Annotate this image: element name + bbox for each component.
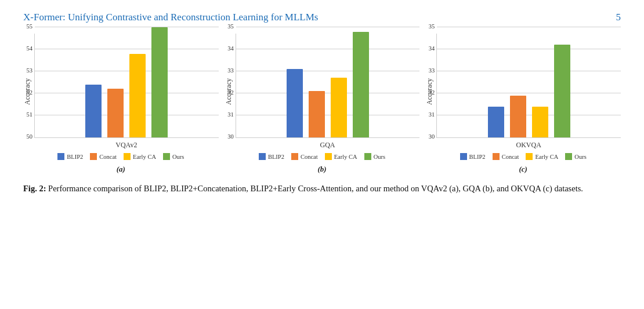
legend-color-box (526, 153, 533, 160)
x-axis-label: VQAv2 (34, 141, 219, 150)
bar-early-ca (532, 107, 548, 137)
legend-label: Ours (172, 154, 184, 160)
y-tick-label: 30 (429, 133, 435, 140)
paper-title: X-Former: Unifying Contrastive and Recon… (23, 12, 318, 23)
chart-sublabel-b: (b) (317, 165, 326, 174)
charts-row: Accuracy505152535455VQAv2BLIP2ConcatEarl… (23, 34, 621, 174)
bar-concat (309, 91, 325, 137)
grid-line: 35 (236, 27, 420, 27)
chart-legend: BLIP2ConcatEarly CAOurs (57, 153, 184, 160)
legend-color-box (493, 153, 500, 160)
legend-label: Ours (574, 154, 586, 160)
caption-bold: Fig. 2: (23, 184, 46, 193)
bars-wrapper (437, 34, 621, 137)
y-tick-label: 34 (227, 45, 234, 52)
bar-blip2 (488, 107, 504, 137)
legend-item-early ca: Early CA (526, 153, 558, 160)
legend-item-concat: Concat (90, 153, 117, 160)
page-header: X-Former: Unifying Contrastive and Recon… (23, 12, 621, 23)
legend-label: BLIP2 (67, 154, 83, 160)
bar-blip2 (287, 69, 303, 137)
y-tick-label: 52 (27, 89, 33, 96)
legend-color-box (325, 153, 332, 160)
y-tick-label: 34 (429, 45, 435, 52)
legend-label: Concat (99, 154, 117, 160)
bar-ours (151, 27, 168, 137)
chart-sublabel-c: (c) (519, 165, 527, 174)
legend-item-early ca: Early CA (325, 153, 357, 160)
legend-item-ours: Ours (163, 153, 184, 160)
bar-concat (510, 96, 526, 137)
bar-ours (554, 45, 570, 137)
y-tick-label: 35 (429, 23, 435, 30)
bar-early-ca (129, 54, 146, 137)
x-axis-label: OKVQA (436, 141, 621, 150)
legend-color-box (57, 153, 64, 160)
y-tick-label: 33 (227, 67, 234, 74)
bars-wrapper (236, 34, 420, 137)
y-tick-label: 51 (27, 111, 33, 118)
bars-wrapper (35, 34, 219, 137)
chart-legend: BLIP2ConcatEarly CAOurs (460, 153, 587, 160)
legend-color-box (259, 153, 266, 160)
chart-chart-b: Accuracy303132333435GQABLIP2ConcatEarly … (225, 34, 420, 174)
page-number: 5 (616, 12, 621, 23)
bar-early-ca (331, 78, 347, 137)
chart-legend: BLIP2ConcatEarly CAOurs (259, 153, 385, 160)
legend-item-blip2: BLIP2 (259, 153, 284, 160)
legend-color-box (163, 153, 170, 160)
legend-item-early ca: Early CA (124, 153, 156, 160)
legend-label: Concat (502, 154, 519, 160)
y-tick-label: 35 (227, 23, 234, 30)
legend-item-blip2: BLIP2 (57, 153, 83, 160)
grid-line: 55 (35, 27, 219, 27)
bar-ours (353, 32, 369, 137)
y-tick-label: 53 (27, 67, 33, 74)
y-tick-label: 33 (429, 67, 435, 74)
legend-color-box (565, 153, 572, 160)
legend-item-ours: Ours (565, 153, 586, 160)
legend-color-box (90, 153, 97, 160)
y-tick-label: 54 (27, 45, 33, 52)
legend-label: BLIP2 (469, 154, 486, 160)
y-tick-label: 32 (429, 89, 435, 96)
y-tick-label: 55 (27, 23, 33, 30)
y-tick-label: 32 (227, 89, 234, 96)
y-tick-label: 30 (227, 133, 234, 140)
y-tick-label: 31 (429, 111, 435, 118)
legend-item-concat: Concat (493, 153, 519, 160)
legend-item-concat: Concat (291, 153, 318, 160)
legend-color-box (291, 153, 298, 160)
chart-chart-c: Accuracy303132333435OKVQABLIP2ConcatEarl… (425, 34, 621, 174)
y-tick-label: 50 (27, 133, 33, 140)
chart-chart-a: Accuracy505152535455VQAv2BLIP2ConcatEarl… (23, 34, 219, 174)
legend-color-box (460, 153, 467, 160)
legend-label: Early CA (535, 154, 558, 160)
legend-label: BLIP2 (268, 154, 284, 160)
legend-color-box (364, 153, 371, 160)
caption-text: Performance comparison of BLIP2, BLIP2+C… (46, 184, 583, 193)
legend-label: Ours (374, 154, 385, 160)
bar-concat (107, 89, 124, 137)
legend-label: Early CA (133, 154, 156, 160)
legend-color-box (124, 153, 131, 160)
figure-caption: Fig. 2: Performance comparison of BLIP2,… (23, 182, 621, 195)
y-tick-label: 31 (227, 111, 234, 118)
legend-label: Early CA (334, 154, 357, 160)
grid-line: 35 (437, 27, 621, 27)
legend-item-blip2: BLIP2 (460, 153, 486, 160)
x-axis-label: GQA (236, 141, 420, 150)
legend-label: Concat (301, 154, 318, 160)
bar-blip2 (85, 85, 102, 137)
legend-item-ours: Ours (364, 153, 385, 160)
chart-sublabel-a: (a) (117, 165, 125, 174)
